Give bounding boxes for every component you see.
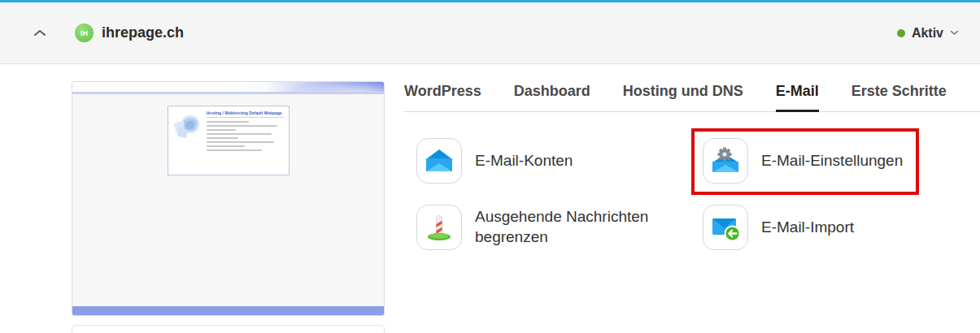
preview-text-line	[207, 121, 249, 123]
milestone-icon[interactable]	[416, 205, 462, 250]
mail-import-icon[interactable]	[703, 205, 748, 250]
default-webpage-title: Hosting / Webhosting Default Webpage	[207, 110, 284, 118]
tile-email-settings[interactable]: E-Mail-Einstellungen	[703, 138, 903, 184]
preview-page-topbar	[72, 82, 384, 92]
tile-label[interactable]: E-Mail-Konten	[475, 151, 573, 171]
preview-text-line	[207, 129, 236, 131]
preview-text-line	[207, 145, 246, 147]
status-dropdown[interactable]: Aktiv	[897, 26, 959, 41]
tile-label[interactable]: E-Mail-Import	[761, 218, 854, 238]
chevron-down-icon	[950, 30, 959, 36]
mail-gear-icon[interactable]	[703, 138, 748, 184]
tile-label[interactable]: Ausgehende Nachrichten begrenzen	[475, 207, 674, 247]
preview-text-line	[207, 137, 239, 139]
tile-label[interactable]: E-Mail-Einstellungen	[761, 151, 903, 171]
status-active-dot	[897, 29, 905, 37]
preview-text-line	[207, 133, 272, 135]
domain-name[interactable]: ihrepage.ch	[102, 24, 184, 41]
default-webpage-box: Hosting / Webhosting Default Webpage	[168, 106, 290, 175]
website-preview-thumbnail[interactable]: Hosting / Webhosting Default Webpage	[72, 81, 385, 316]
globe-icon	[173, 110, 203, 143]
tab-getting-started[interactable]: Erste Schritte	[852, 83, 947, 112]
tab-dashboard[interactable]: Dashboard	[514, 83, 590, 112]
preview-text-line	[207, 125, 277, 127]
tab-wordpress[interactable]: WordPress	[404, 83, 481, 112]
main-content: Hosting / Webhosting Default Webpage	[0, 65, 980, 333]
preview-text-line	[207, 149, 262, 151]
tile-email-import[interactable]: E-Mail-Import	[703, 205, 980, 250]
default-webpage-text: Hosting / Webhosting Default Webpage	[207, 110, 284, 171]
preview-page-footer-bar	[72, 306, 384, 315]
tab-bar: WordPress Dashboard Hosting und DNS E-Ma…	[404, 65, 980, 112]
email-tools-grid: E-Mail-Konten	[416, 138, 980, 250]
tab-hosting-dns[interactable]: Hosting und DNS	[623, 83, 743, 112]
tile-email-accounts[interactable]: E-Mail-Konten	[416, 138, 703, 184]
next-section-card	[72, 325, 385, 333]
status-label: Aktiv	[912, 26, 943, 41]
domain-panel: IH ihrepage.ch Aktiv	[0, 0, 980, 333]
email-settings-highlight: E-Mail-Einstellungen	[691, 128, 919, 195]
domain-avatar: IH	[75, 24, 94, 42]
tab-email[interactable]: E-Mail	[776, 83, 819, 112]
preview-text-line	[207, 141, 275, 143]
domain-header-bar: IH ihrepage.ch Aktiv	[0, 2, 980, 64]
collapse-chevron-up-icon[interactable]	[31, 24, 49, 42]
mail-open-icon[interactable]	[416, 138, 462, 184]
tile-outgoing-limit[interactable]: Ausgehende Nachrichten begrenzen	[416, 205, 703, 250]
domain-tools-panel: WordPress Dashboard Hosting und DNS E-Ma…	[404, 65, 980, 250]
preview-page-body: Hosting / Webhosting Default Webpage	[72, 94, 384, 175]
